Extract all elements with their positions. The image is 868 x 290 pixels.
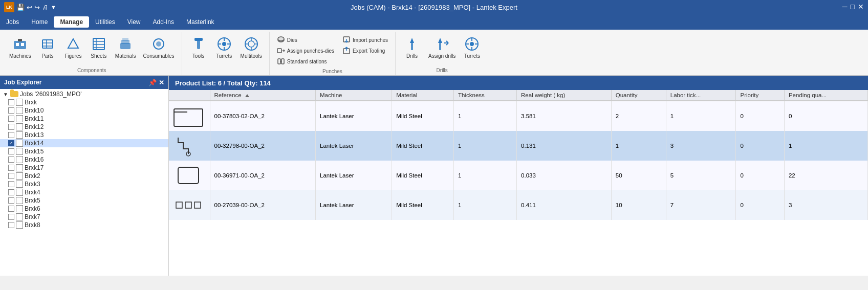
btn-assign-drills[interactable]: Assign drills: [425, 34, 459, 61]
cell-reference-row3: 00-36971-00-OA_2: [210, 161, 316, 190]
file-icon-brxk11: [16, 115, 23, 122]
turrets-icon: [216, 36, 232, 52]
table-row[interactable]: 00-37803-02-OA_2 Lantek Laser Mild Steel…: [169, 101, 868, 131]
checkbox-brxk10[interactable]: [8, 107, 14, 114]
tree-item-brxk13[interactable]: Brxk13: [0, 131, 168, 139]
tree-root[interactable]: ▼ Jobs '26091983_MPO': [0, 90, 168, 98]
cell-weight-row1: 3.581: [517, 101, 612, 131]
tree-item-brxk6[interactable]: Brxk6: [0, 205, 168, 213]
btn-turrets[interactable]: Turrets: [212, 34, 236, 61]
btn-materials[interactable]: Materials: [112, 34, 139, 61]
quick-access-dropdown[interactable]: ▼: [51, 4, 56, 10]
btn-standard-stations[interactable]: Standard stations: [274, 56, 337, 66]
root-folder-icon: [10, 91, 18, 97]
menu-view[interactable]: View: [121, 16, 147, 28]
file-icon-brxk17: [16, 164, 23, 171]
checkbox-brxk13[interactable]: [8, 132, 14, 138]
checkbox-brxk5[interactable]: [8, 197, 14, 204]
btn-turrets2[interactable]: Turrets: [460, 34, 484, 61]
table-row[interactable]: 00-36971-00-OA_2 Lantek Laser Mild Steel…: [169, 161, 868, 190]
quick-access-print[interactable]: 🖨: [42, 4, 49, 11]
checkbox-brxk6[interactable]: [8, 206, 14, 212]
menu-addins[interactable]: Add-Ins: [147, 16, 180, 28]
col-machine: Machine: [316, 90, 392, 101]
menu-jobs[interactable]: Jobs: [0, 16, 25, 28]
quick-access-undo[interactable]: ↩: [27, 4, 32, 11]
checkbox-brxk3[interactable]: [8, 181, 14, 187]
btn-machines[interactable]: Machines: [6, 34, 34, 61]
menu-manage[interactable]: Manage: [54, 16, 89, 28]
checkbox-brxk15[interactable]: [8, 148, 14, 154]
btn-figures[interactable]: Figures: [61, 34, 85, 61]
parts-label: Parts: [41, 53, 53, 59]
btn-assign-punches-dies[interactable]: Assign punches-dies: [274, 46, 337, 56]
btn-import-punches[interactable]: Import punches: [339, 35, 391, 45]
tree-item-brxk10[interactable]: Brxk10: [0, 106, 168, 115]
tree-item-brxk14[interactable]: ✓Brxk14: [0, 139, 168, 147]
cell-thumb-row4: [169, 190, 210, 220]
checkbox-brxk8[interactable]: [8, 222, 14, 228]
maximize-button[interactable]: □: [851, 3, 855, 10]
tree-label-brxk14: Brxk14: [25, 140, 44, 147]
file-icon-brxk: [16, 99, 23, 106]
quick-access-save[interactable]: 💾: [16, 4, 25, 11]
tree-item-brxk5[interactable]: Brxk5: [0, 196, 168, 205]
table-row[interactable]: 00-32798-00-OA_2 Lantek Laser Mild Steel…: [169, 131, 868, 161]
tree-label-brxk15: Brxk15: [25, 148, 44, 155]
checkbox-brxk14[interactable]: ✓: [8, 140, 14, 146]
minimize-button[interactable]: ─: [842, 3, 848, 10]
btn-parts[interactable]: Parts: [35, 34, 60, 61]
checkbox-brxk7[interactable]: [8, 214, 14, 220]
tree-label-brxk3: Brxk3: [25, 181, 40, 188]
checkbox-brxk4[interactable]: [8, 189, 14, 195]
tooling-buttons: Tools Turrets Multitools: [186, 34, 265, 71]
cell-quantity-row4: 10: [611, 190, 666, 220]
svg-rect-66: [176, 202, 182, 208]
tree-item-brxk[interactable]: Brxk: [0, 98, 168, 106]
tree-item-brxk4[interactable]: Brxk4: [0, 188, 168, 196]
import-punches-icon: [342, 36, 351, 44]
btn-tools[interactable]: Tools: [186, 34, 211, 61]
btn-consumables[interactable]: Consumables: [140, 34, 177, 61]
checkbox-brxk[interactable]: [8, 99, 14, 105]
menu-home[interactable]: Home: [25, 16, 54, 28]
table-header-row: Reference Machine Material Thickness Rea…: [169, 90, 868, 101]
svg-rect-1: [16, 43, 19, 46]
close-button[interactable]: ✕: [858, 3, 864, 10]
tree-item-brxk17[interactable]: Brxk17: [0, 164, 168, 172]
svg-rect-4: [42, 40, 53, 48]
sidebar-close-button[interactable]: ✕: [159, 79, 164, 86]
btn-drills[interactable]: Drills: [400, 34, 424, 61]
menu-utilities[interactable]: Utilities: [89, 16, 121, 28]
turrets-label: Turrets: [216, 53, 232, 59]
checkbox-brxk17[interactable]: [8, 165, 14, 171]
checkbox-brxk16[interactable]: [8, 157, 14, 163]
tree-item-brxk8[interactable]: Brxk8: [0, 221, 168, 229]
tree-item-brxk3[interactable]: Brxk3: [0, 180, 168, 188]
col-reference[interactable]: Reference: [210, 90, 316, 101]
checkbox-brxk2[interactable]: [8, 173, 14, 179]
tree-item-brxk11[interactable]: Brxk11: [0, 115, 168, 123]
tree-item-brxk7[interactable]: Brxk7: [0, 213, 168, 221]
cell-material-row3: Mild Steel: [392, 161, 454, 190]
checkbox-brxk11[interactable]: [8, 116, 14, 122]
standard-stations-label: Standard stations: [287, 59, 327, 64]
app-icon: LK: [4, 2, 14, 12]
quick-access-redo[interactable]: ↪: [34, 4, 40, 11]
sidebar-pin-button[interactable]: 📌: [148, 79, 157, 86]
checkbox-brxk12[interactable]: [8, 124, 14, 130]
tree-item-brxk12[interactable]: Brxk12: [0, 123, 168, 131]
menu-masterlink[interactable]: Masterlink: [180, 16, 221, 28]
tree-item-brxk15[interactable]: Brxk15: [0, 147, 168, 155]
cell-pending-row4: 3: [784, 190, 867, 220]
btn-export-tooling[interactable]: Export Tooling: [339, 46, 391, 56]
btn-dies[interactable]: Dies: [274, 35, 337, 45]
table-row[interactable]: 00-27039-00-OA_2 Lantek Laser Mild Steel…: [169, 190, 868, 220]
materials-icon: [117, 36, 134, 52]
data-table[interactable]: Reference Machine Material Thickness Rea…: [169, 90, 868, 276]
tree-item-brxk2[interactable]: Brxk2: [0, 172, 168, 180]
btn-sheets[interactable]: Sheets: [86, 34, 111, 61]
btn-multitools[interactable]: Multitools: [237, 34, 265, 61]
tree-item-brxk16[interactable]: Brxk16: [0, 155, 168, 164]
col-pending-qua: Pending qua...: [784, 90, 867, 101]
